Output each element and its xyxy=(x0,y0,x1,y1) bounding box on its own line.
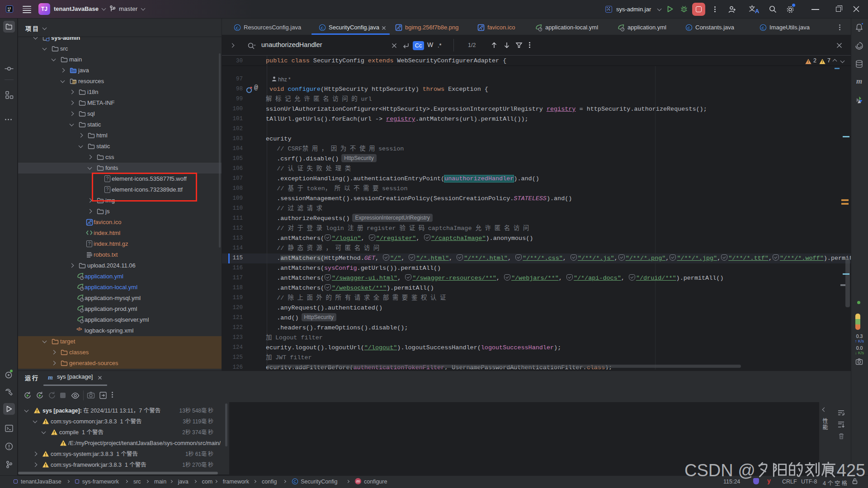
svg-text:C: C xyxy=(293,479,297,484)
svg-text:C: C xyxy=(321,25,324,30)
svg-text:C: C xyxy=(236,25,239,30)
svg-text:C: C xyxy=(762,25,765,30)
svg-text:C: C xyxy=(688,25,691,30)
